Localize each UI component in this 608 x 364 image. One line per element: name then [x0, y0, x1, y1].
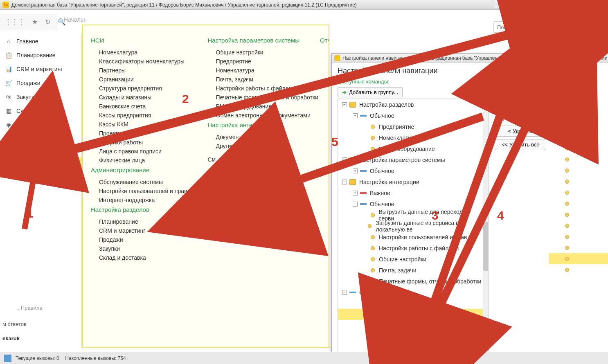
sys-icon[interactable] — [502, 1, 509, 8]
panel-link[interactable]: РМК и оборудование — [208, 102, 321, 111]
expander-icon[interactable]: + — [353, 169, 358, 173]
selected-tree-row[interactable] — [549, 198, 608, 209]
action-button[interactable]: Добавить > — [495, 99, 546, 110]
tree-scrollbar[interactable] — [483, 99, 489, 359]
tree-row[interactable]: Печатные формы, отчеты и обработки — [338, 276, 489, 287]
tree-row[interactable]: Предприятие — [338, 121, 489, 132]
sys-icon[interactable] — [556, 1, 563, 8]
panel-link[interactable]: Производственные календари — [208, 209, 321, 218]
selected-tree-row[interactable] — [549, 209, 608, 220]
panel-link[interactable]: Склад и доставка — [91, 253, 204, 262]
panel-link[interactable]: Настройки работы с файлами — [208, 84, 321, 93]
tree-row[interactable]: Правила интеграции с 1С:Документооборото… — [338, 320, 489, 331]
sidebar-item[interactable]: ⌂Главное — [0, 34, 81, 48]
info-icon[interactable]: i — [567, 2, 576, 8]
tree-row[interactable]: Номенклатура — [338, 132, 489, 143]
selected-tree-row[interactable] — [549, 176, 608, 187]
tree-row[interactable]: Настройки работы с файлами — [338, 243, 489, 254]
panel-link[interactable]: Графики работы — [91, 138, 204, 147]
sys-icon[interactable] — [511, 1, 518, 8]
sidebar-item[interactable]: ▦Склад и доставка — [0, 104, 81, 118]
selected-tree-row[interactable] — [549, 132, 608, 143]
tree-row[interactable]: Почта, задачи — [338, 265, 489, 276]
panel-link[interactable]: Настройки пользователей и прав — [91, 186, 204, 195]
action-button[interactable]: << Удалить все — [495, 139, 546, 150]
tree-row[interactable]: Синхронизация данных — [338, 298, 489, 309]
panel-search-input[interactable] — [493, 21, 579, 33]
panel-link[interactable]: Структура предприятия — [91, 84, 204, 93]
selected-tree-row[interactable] — [549, 220, 608, 231]
panel-link[interactable]: Предприятие — [208, 57, 321, 66]
sys-icon[interactable] — [493, 1, 500, 8]
minimize-button[interactable]: — — [577, 2, 586, 8]
tree-row[interactable]: Общие настройки — [338, 254, 489, 265]
tree-row[interactable]: −См. также — [338, 287, 489, 298]
panel-link[interactable]: Лица с правом подписи — [91, 147, 204, 156]
gear-icon[interactable]: ⚙ — [583, 21, 592, 30]
selected-tree-row[interactable] — [549, 110, 608, 121]
expander-icon[interactable]: − — [353, 113, 358, 118]
panel-link[interactable]: Кассы предприятия — [91, 111, 204, 120]
sys-icon[interactable] — [538, 1, 545, 8]
panel-link[interactable]: Синхронизация данных — [216, 165, 282, 173]
sidebar-item[interactable]: 🛍Закупки — [0, 90, 81, 104]
panel-link[interactable]: Физические лица — [91, 156, 204, 165]
panel-link[interactable]: Банки — [208, 182, 321, 191]
expander-icon[interactable]: − — [342, 290, 347, 295]
panel-link[interactable]: Проекты — [91, 129, 204, 138]
panel-link[interactable]: CRM и маркетинг — [91, 226, 204, 235]
tree-row[interactable]: Настройки ЭДО — [338, 309, 489, 320]
panel-link[interactable]: Печатные формы, отчеты и обработки — [208, 93, 321, 102]
panel-link[interactable]: Планирование — [91, 217, 204, 226]
selected-tree-row[interactable] — [549, 187, 608, 198]
tree-row[interactable]: +Обычное — [338, 165, 489, 176]
sys-icon[interactable] — [547, 1, 554, 8]
panel-link[interactable]: Документооборот — [208, 133, 321, 142]
selected-tree-row[interactable] — [549, 165, 608, 176]
panel-link[interactable]: Кассы ККМ — [91, 120, 204, 129]
tree-row[interactable]: −Обычное — [338, 198, 489, 209]
sidebar-item[interactable]: ⚙НСИ и администрирование — [0, 158, 81, 178]
panel-link[interactable]: Обслуживание системы — [91, 178, 204, 186]
sidebar-item[interactable]: 📈Финансовый результат и контроллинг — [0, 132, 81, 158]
action-button[interactable]: < Удалить — [495, 126, 546, 137]
selected-tree-row[interactable] — [549, 242, 608, 253]
tree-row[interactable]: Загрузить данные из сервиса в локальную … — [338, 220, 489, 231]
panel-link[interactable]: Почта, задачи — [208, 75, 321, 84]
maximize-button[interactable]: □ — [587, 2, 596, 8]
panel-link[interactable]: Номенклатура — [91, 48, 204, 57]
tree-row[interactable]: −Обычное — [338, 110, 489, 121]
panel-link[interactable]: Классификаторы номенклатуры — [91, 57, 204, 66]
expander-icon[interactable]: + — [353, 191, 358, 195]
panel-link[interactable]: Обмен электронными документами — [208, 111, 321, 120]
tree-row[interactable]: +Важное — [338, 187, 489, 198]
panel-link[interactable]: Закупки — [91, 244, 204, 253]
selected-tree-row[interactable] — [549, 154, 608, 165]
action-button[interactable]: Добавить все >> — [495, 112, 546, 123]
history-icon[interactable]: ↻ — [45, 18, 50, 26]
sidebar-item[interactable]: 📊CRM и маркетинг — [0, 62, 81, 76]
panel-link[interactable]: Страны мира — [208, 191, 321, 200]
tree-row[interactable]: −Настройка разделов — [338, 99, 489, 110]
panel-link[interactable]: Адресные объекты — [208, 200, 321, 209]
tree-row[interactable]: Выгрузить данные для перехода в серви — [338, 209, 489, 220]
panel-link[interactable]: Партнеры — [91, 66, 204, 75]
expander-icon[interactable]: − — [342, 157, 347, 162]
expander-icon[interactable]: − — [342, 102, 347, 107]
sidebar-item[interactable]: 🛒Продажи — [0, 76, 81, 90]
tree-row[interactable]: −Настройка параметров системы — [338, 154, 489, 165]
panel-link[interactable]: Интернет-поддержка — [91, 195, 204, 204]
close-button[interactable]: ✕ — [597, 2, 606, 8]
sidebar-item[interactable]: 📋Планирование — [0, 48, 81, 62]
selected-tree-row[interactable] — [549, 253, 608, 264]
selected-tree-row[interactable] — [549, 99, 608, 110]
panel-link[interactable]: Организации — [91, 75, 204, 84]
panel-link[interactable]: Другие программы — [208, 142, 321, 151]
selected-tree[interactable] — [549, 99, 608, 102]
tree-row[interactable]: РМК и оборудование — [338, 143, 489, 154]
selected-tree-row[interactable] — [549, 121, 608, 132]
tree-row[interactable]: −Настройка интеграции — [338, 176, 489, 187]
available-tree[interactable]: −Настройка разделов−ОбычноеПредприятиеНо… — [338, 99, 489, 360]
panel-link[interactable]: Номенклатура — [208, 66, 321, 75]
selected-tree-row[interactable] — [549, 264, 608, 275]
